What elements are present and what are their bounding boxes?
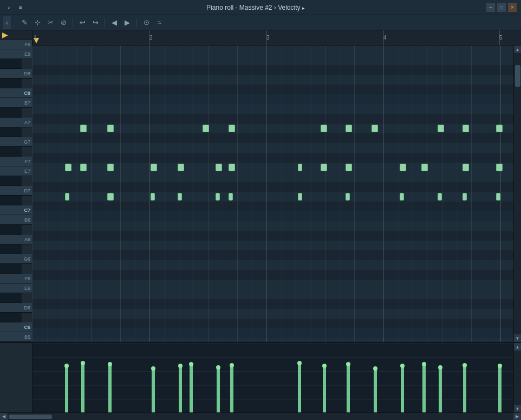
note[interactable]	[229, 125, 235, 132]
piano-key-G7[interactable]: G7	[0, 137, 32, 147]
velocity-bar[interactable]	[81, 364, 84, 412]
velocity-bar[interactable]	[323, 366, 326, 412]
note[interactable]	[178, 193, 182, 201]
scroll-thumb[interactable]	[515, 65, 520, 87]
minimize-button[interactable]: −	[486, 3, 495, 12]
grid-row[interactable]	[32, 94, 513, 104]
tool-mute[interactable]: ⊘	[58, 17, 69, 28]
grid-row[interactable]	[32, 75, 513, 85]
grid-row[interactable]	[32, 309, 513, 319]
velocity-bar[interactable]	[463, 366, 466, 412]
grid-row[interactable]	[32, 289, 513, 299]
piano-keyboard[interactable]: ▶ F8E8D8C8B7A7G7F7E7D7C7B6A6G6F6E6D6C6B5	[0, 30, 32, 342]
grid-row[interactable]	[32, 319, 513, 328]
piano-key-E8[interactable]: E8	[0, 49, 32, 59]
grid-row[interactable]	[32, 211, 513, 221]
grid-row[interactable]	[32, 55, 513, 65]
tool-next[interactable]: ▶	[122, 17, 133, 28]
velocity-bar[interactable]	[152, 369, 155, 412]
hscroll-thumb[interactable]	[9, 415, 52, 419]
piano-key-B6[interactable]: B6	[0, 215, 32, 225]
velocity-bar[interactable]	[65, 366, 68, 412]
note[interactable]	[346, 125, 352, 132]
piano-key-A6[interactable]: A6	[0, 235, 32, 244]
piano-key-C7[interactable]: C7	[0, 205, 32, 215]
note[interactable]	[229, 193, 233, 201]
velocity-bar[interactable]	[298, 364, 301, 412]
piano-key-black[interactable]	[0, 127, 22, 137]
note[interactable]	[438, 125, 444, 132]
tool-draw[interactable]: ✎	[19, 17, 30, 28]
velocity-bar[interactable]	[230, 366, 233, 412]
piano-key-black[interactable]	[0, 196, 22, 205]
piano-key-F6[interactable]: F6	[0, 274, 32, 283]
velocity-right-scroll[interactable]: ▲ ▼	[513, 343, 521, 412]
grid-row[interactable]	[32, 172, 513, 182]
piano-key-G6[interactable]: G6	[0, 254, 32, 264]
velocity-bar[interactable]	[374, 369, 377, 412]
note[interactable]	[496, 193, 500, 201]
note[interactable]	[321, 125, 327, 132]
hscroll-right-button[interactable]: ▶	[513, 413, 521, 421]
note[interactable]	[216, 193, 220, 201]
note[interactable]	[372, 125, 378, 132]
note[interactable]	[463, 125, 469, 132]
note[interactable]	[151, 164, 157, 171]
velocity-bar[interactable]	[217, 368, 220, 412]
piano-key-black[interactable]	[0, 147, 22, 157]
keys-container[interactable]: F8E8D8C8B7A7G7F7E7D7C7B6A6G6F6E6D6C6B5	[0, 40, 32, 342]
note[interactable]	[496, 125, 503, 132]
note[interactable]	[400, 164, 406, 171]
grid-row[interactable]	[32, 280, 513, 289]
piano-key-black[interactable]	[0, 225, 22, 235]
piano-key-D7[interactable]: D7	[0, 186, 32, 196]
vel-scroll-down[interactable]: ▼	[514, 405, 522, 412]
note[interactable]	[178, 164, 184, 171]
note-grid[interactable]	[32, 46, 513, 342]
note[interactable]	[203, 125, 209, 132]
piano-key-E6[interactable]: E6	[0, 283, 32, 293]
tool-cut[interactable]: ✂	[45, 17, 56, 28]
note[interactable]	[229, 164, 235, 171]
piano-key-E7[interactable]: E7	[0, 166, 32, 176]
note[interactable]	[463, 164, 469, 171]
piano-key-black[interactable]	[0, 293, 22, 303]
piano-key-black[interactable]	[0, 264, 22, 274]
piano-key-B5[interactable]: B5	[0, 332, 32, 342]
note[interactable]	[80, 125, 87, 132]
grid-row[interactable]	[32, 270, 513, 280]
grid-row[interactable]	[32, 231, 513, 241]
note[interactable]	[65, 193, 69, 201]
grid-row[interactable]	[32, 65, 513, 75]
note[interactable]	[400, 193, 404, 201]
grid-row[interactable]	[32, 202, 513, 211]
grid-row[interactable]	[32, 114, 513, 124]
grid-row[interactable]	[32, 104, 513, 114]
note[interactable]	[107, 193, 114, 201]
grid-row[interactable]	[32, 221, 513, 231]
piano-key-black[interactable]	[0, 313, 22, 322]
note[interactable]	[438, 193, 442, 201]
note[interactable]	[216, 164, 222, 171]
grid-scroll[interactable]	[32, 46, 513, 342]
titlebar-controls[interactable]: − □ ×	[486, 3, 517, 12]
tool-zoom[interactable]: ⊙	[141, 17, 152, 28]
note[interactable]	[65, 164, 71, 171]
tool-misc[interactable]: ≈	[154, 17, 165, 28]
velocity-bar[interactable]	[498, 366, 502, 412]
piano-key-black[interactable]	[0, 244, 22, 254]
hscroll-left-button[interactable]: ◀	[0, 413, 8, 421]
note[interactable]	[107, 164, 114, 171]
grid-row[interactable]	[32, 338, 513, 342]
piano-key-D8[interactable]: D8	[0, 69, 32, 79]
note[interactable]	[321, 164, 327, 171]
velocity-bars-area[interactable]	[32, 343, 513, 412]
velocity-bar[interactable]	[108, 365, 112, 412]
velocity-bar[interactable]	[439, 368, 442, 412]
piano-key-black[interactable]	[0, 79, 22, 88]
velocity-bar[interactable]	[401, 366, 404, 412]
grid-row[interactable]	[32, 163, 513, 172]
note[interactable]	[496, 164, 503, 171]
piano-key-black[interactable]	[0, 176, 22, 186]
note[interactable]	[80, 164, 87, 171]
